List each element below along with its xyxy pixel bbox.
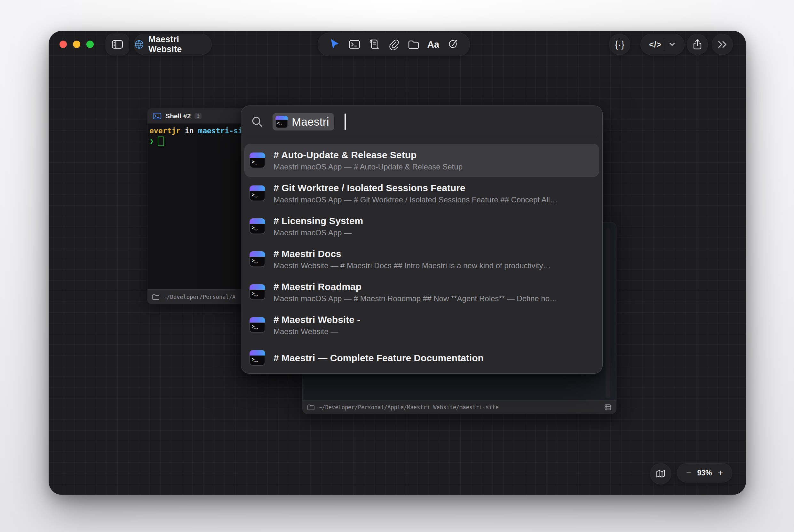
maestri-app-icon <box>250 317 265 333</box>
main-toolbar: Aa <box>318 33 470 56</box>
result-row[interactable]: # Maestri Docs Maestri Website — # Maest… <box>244 243 599 276</box>
result-title: # Maestri Roadmap <box>274 281 557 292</box>
result-row[interactable]: # Maestri Website - Maestri Website — <box>244 308 599 341</box>
terminal-tab-icon <box>153 112 162 120</box>
maestri-app-icon <box>250 284 265 300</box>
maestri-app-icon <box>275 116 288 128</box>
result-row[interactable]: # Licensing System Maestri macOS App — <box>244 210 599 243</box>
working-directory-path: ~/Developer/Personal/Apple/Maestri Websi… <box>319 404 499 411</box>
terminal-cursor <box>158 136 164 146</box>
zoom-controls: − 93% + <box>677 463 732 482</box>
result-subtitle: Maestri macOS App — <box>274 228 363 237</box>
search-palette: Maestri # Auto-Update & Release Setup Ma… <box>241 106 603 374</box>
variables-button[interactable]: {·} <box>609 34 630 55</box>
minimize-button[interactable] <box>73 41 80 48</box>
maximize-button[interactable] <box>86 41 94 48</box>
sidebar-toggle-button[interactable] <box>106 34 129 55</box>
maestri-app-icon <box>250 152 265 168</box>
search-scope-token[interactable]: Maestri <box>273 113 334 130</box>
files-tool-button[interactable] <box>407 36 421 53</box>
annotate-tool-button[interactable] <box>446 36 460 53</box>
code-icon: </> <box>649 40 662 49</box>
result-row[interactable]: # Git Worktree / Isolated Sessions Featu… <box>244 177 599 210</box>
result-subtitle: Maestri macOS App — # Maestri Roadmap ##… <box>274 294 557 303</box>
folder-icon <box>307 404 315 411</box>
result-subtitle: Maestri macOS App — # Auto-Update & Rele… <box>274 163 463 171</box>
braces-icon: {·} <box>615 39 625 50</box>
search-query: Maestri <box>292 115 329 128</box>
script-tool-button[interactable] <box>367 36 381 53</box>
maestri-app-icon <box>250 218 265 234</box>
folder-icon <box>152 294 160 300</box>
prompt-char: ❯ <box>149 137 154 145</box>
result-title: # Maestri — Complete Feature Documentati… <box>274 353 484 363</box>
paperclip-icon <box>388 39 400 50</box>
sidebar-icon <box>112 39 123 50</box>
zoom-out-button[interactable]: − <box>684 468 693 478</box>
result-subtitle: Maestri macOS App — # Git Worktree / Iso… <box>274 195 558 204</box>
maestri-app-icon <box>250 251 265 267</box>
close-button[interactable] <box>59 41 67 48</box>
result-title: # Git Worktree / Isolated Sessions Featu… <box>274 183 558 193</box>
compose-icon <box>447 39 459 50</box>
select-tool-button[interactable] <box>328 36 341 53</box>
shell-tab-badge: 3 <box>195 113 202 119</box>
zoom-level[interactable]: 93% <box>697 469 712 477</box>
code-view-button[interactable]: </> <box>641 34 685 55</box>
minimap-button[interactable] <box>650 463 671 484</box>
terminal-icon <box>348 39 361 50</box>
terminal-tool-button[interactable] <box>347 36 362 53</box>
double-chevron-right-icon <box>717 40 728 49</box>
result-subtitle: Maestri Website — <box>274 327 360 336</box>
result-row[interactable]: # Maestri Roadmap Maestri macOS App — # … <box>244 276 599 308</box>
globe-icon <box>134 39 144 50</box>
attachment-tool-button[interactable] <box>387 36 401 53</box>
prompt-directory: maestri-si <box>198 127 242 135</box>
background-status-bar: ~/Developer/Personal/Apple/Maestri Websi… <box>302 400 616 414</box>
result-title: # Maestri Docs <box>274 248 551 259</box>
more-button[interactable] <box>712 34 733 55</box>
app-window: Maestri Website <box>49 31 746 495</box>
text-caret <box>345 114 346 130</box>
result-title: # Maestri Website - <box>274 314 360 325</box>
share-button[interactable] <box>687 34 708 55</box>
window-title-pill[interactable]: Maestri Website <box>134 34 212 55</box>
cursor-icon <box>331 40 338 48</box>
chevron-down-icon[interactable] <box>668 42 676 47</box>
result-subtitle: Maestri Website — # Maestri Docs ## Intr… <box>274 261 551 270</box>
maestri-app-icon <box>250 186 265 201</box>
result-row[interactable]: # Auto-Update & Release Setup Maestri ma… <box>244 144 599 177</box>
search-results: # Auto-Update & Release Setup Maestri ma… <box>241 138 603 374</box>
script-icon <box>369 39 380 50</box>
scrollbar[interactable] <box>606 228 610 398</box>
result-title: # Licensing System <box>274 215 363 226</box>
search-field[interactable]: Maestri <box>241 106 603 138</box>
result-title: # Auto-Update & Release Setup <box>274 150 463 160</box>
window-title: Maestri Website <box>148 35 211 54</box>
share-icon <box>692 39 702 50</box>
rows-icon[interactable] <box>604 404 612 411</box>
maestri-app-icon <box>250 350 265 366</box>
text-tool-button[interactable]: Aa <box>426 36 440 53</box>
result-row[interactable]: # Maestri — Complete Feature Documentati… <box>244 341 599 374</box>
shell-path: ~/Developer/Personal/A <box>164 294 236 300</box>
prompt-user: evertjr <box>149 127 181 135</box>
zoom-in-button[interactable]: + <box>716 468 725 478</box>
shell-tab-title[interactable]: Shell #2 <box>165 112 191 120</box>
map-icon <box>656 469 665 478</box>
folder-icon <box>408 39 420 50</box>
search-icon <box>251 115 264 128</box>
